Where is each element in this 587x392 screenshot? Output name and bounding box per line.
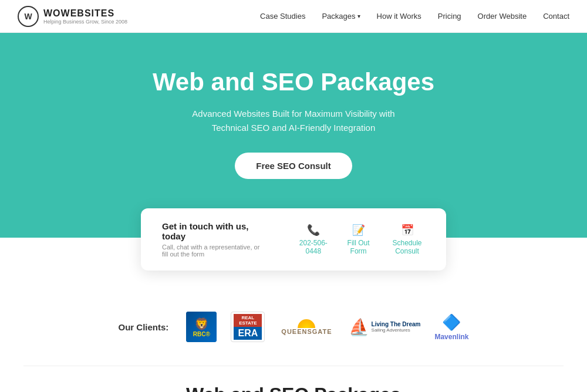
logo[interactable]: W WOWEBSITES Helping Business Grow, Sinc… bbox=[18, 6, 127, 27]
mavenlink-name: Mavenlink bbox=[434, 333, 468, 341]
free-seo-consult-button[interactable]: Free SEO Consult bbox=[235, 153, 352, 179]
divider bbox=[23, 366, 564, 366]
logo-icon: W bbox=[18, 6, 39, 27]
contact-heading: Get in touch with us, today bbox=[162, 221, 264, 241]
queensgate-sun-icon bbox=[298, 319, 315, 328]
navbar: W WOWEBSITES Helping Business Grow, Sinc… bbox=[0, 0, 587, 33]
sailing-icon: ⛵ bbox=[349, 317, 369, 337]
contact-card: Get in touch with us, today Call, chat w… bbox=[141, 208, 446, 271]
nav-link-how-it-works[interactable]: How it Works bbox=[377, 12, 421, 21]
contact-card-left: Get in touch with us, today Call, chat w… bbox=[162, 221, 264, 258]
queensgate-logo: QUEENSGATE bbox=[279, 312, 334, 342]
phone-label: 202-506-0448 bbox=[299, 239, 328, 255]
nav-link-packages[interactable]: Packages ▾ bbox=[322, 12, 360, 21]
hero-title: Web and SEO Packages bbox=[12, 68, 575, 96]
form-label: Fill Out Form bbox=[345, 239, 372, 255]
rbc-logo: 🦁 RBC® bbox=[186, 312, 217, 342]
packages-section: Web and SEO Packages Choose from our top… bbox=[0, 372, 587, 392]
client-logos: 🦁 RBC® REAL ESTATE ERA QUEENSGATE ⛵ bbox=[186, 312, 468, 342]
mavenlink-logo: 🔷 Mavenlink bbox=[434, 312, 468, 342]
nav-link-pricing[interactable]: Pricing bbox=[438, 12, 461, 21]
hero-subtitle: Advanced Websites Built for Maximum Visi… bbox=[12, 107, 575, 135]
clients-label: Our Clients: bbox=[119, 322, 169, 332]
sailing-logo: ⛵ Living The Dream Sailing Adventures bbox=[349, 312, 421, 342]
calendar-icon: 📅 bbox=[401, 224, 414, 236]
mavenlink-icon: 🔷 bbox=[442, 313, 461, 332]
hero-section: Web and SEO Packages Advanced Websites B… bbox=[0, 33, 587, 238]
nav-link-contact[interactable]: Contact bbox=[543, 12, 569, 21]
contact-phone[interactable]: 📞 202-506-0448 bbox=[299, 224, 328, 255]
nav-link-order-website[interactable]: Order Website bbox=[478, 12, 527, 21]
nav-link-case-studies[interactable]: Case Studies bbox=[260, 12, 305, 21]
logo-brand: WOWEBSITES bbox=[43, 8, 127, 19]
logo-text-block: WOWEBSITES Helping Business Grow, Since … bbox=[43, 8, 127, 25]
contact-options: 📞 202-506-0448 📝 Fill Out Form 📅 Schedul… bbox=[299, 224, 425, 255]
packages-title: Web and SEO Packages bbox=[23, 384, 564, 392]
phone-icon: 📞 bbox=[307, 224, 320, 236]
contact-schedule[interactable]: 📅 Schedule Consult bbox=[389, 224, 425, 255]
chevron-down-icon: ▾ bbox=[357, 13, 360, 19]
clients-section: Our Clients: 🦁 RBC® REAL ESTATE ERA QUEE… bbox=[0, 294, 587, 360]
era-logo: REAL ESTATE ERA bbox=[231, 312, 265, 342]
form-icon: 📝 bbox=[352, 224, 365, 236]
contact-form[interactable]: 📝 Fill Out Form bbox=[345, 224, 372, 255]
contact-card-wrapper: Get in touch with us, today Call, chat w… bbox=[0, 208, 587, 294]
logo-tagline: Helping Business Grow, Since 2008 bbox=[43, 19, 127, 25]
schedule-label: Schedule Consult bbox=[389, 239, 425, 255]
contact-subtext: Call, chat with a representative, or fil… bbox=[162, 244, 264, 258]
rbc-lion-icon: 🦁 bbox=[193, 317, 210, 331]
nav-links: Case Studies Packages ▾ How it Works Pri… bbox=[260, 12, 569, 21]
